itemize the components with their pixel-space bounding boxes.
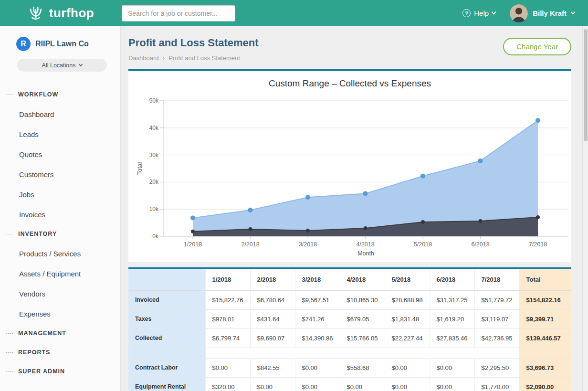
data-point-expenses[interactable] (249, 227, 252, 231)
section-tick-icon (6, 95, 13, 95)
chart-card: Custom Range – Collected vs Expenses0k10… (128, 69, 571, 262)
nav-section-label: INVENTORY (18, 231, 57, 237)
table-cell: $0.00 (430, 358, 474, 377)
table-cell: $9,690.07 (250, 328, 295, 348)
x-tick-label: 4/2018 (356, 241, 374, 248)
table-row-collected: Collected$6,799.74$9,690.07$14,390.86$15… (128, 328, 571, 348)
nav-section-management: MANAGEMENT (0, 324, 120, 343)
y-tick-label: 0k (152, 233, 159, 240)
data-point-collected[interactable] (248, 208, 253, 212)
profit-loss-table: 1/20182/20183/20184/20185/20186/20187/20… (128, 269, 571, 391)
data-point-collected[interactable] (363, 191, 368, 196)
table-cell: $3,119.07 (474, 309, 519, 328)
data-point-expenses[interactable] (536, 215, 540, 219)
x-tick-label: 7/2018 (529, 241, 547, 248)
sidebar-item-products-services[interactable]: Products / Services (0, 243, 120, 264)
row-label-cell: Taxes (128, 309, 205, 328)
table-cell: $10,865.30 (340, 290, 385, 309)
data-point-expenses[interactable] (479, 219, 483, 223)
data-point-expenses[interactable] (421, 220, 425, 224)
main-content: Profit and Loss Statement Dashboard Prof… (121, 26, 582, 391)
table-header-cell: 7/2018 (474, 269, 519, 290)
user-name: Billy Kraft (533, 9, 567, 17)
nav-section-label: REPORTS (18, 349, 50, 356)
data-point-collected[interactable] (478, 159, 483, 163)
y-tick-label: 30k (149, 152, 159, 159)
data-point-collected[interactable] (305, 195, 310, 200)
table-cell: $741.26 (295, 309, 340, 328)
x-axis-title: Month (357, 250, 374, 257)
table-row-equipment-rental: Equipment Rental$320.00$0.00$0.00$0.00$0… (128, 377, 571, 391)
row-label-cell: Contract Labor (128, 358, 205, 377)
help-menu[interactable]: Help (462, 9, 495, 17)
data-point-collected[interactable] (536, 118, 540, 123)
row-total-cell: $2,090.00 (519, 377, 571, 391)
data-point-expenses[interactable] (306, 229, 310, 232)
locations-label: All Locations (42, 62, 76, 69)
sidebar-item-expenses[interactable]: Expenses (0, 304, 120, 324)
page-scrollbar (582, 26, 588, 391)
y-tick-label: 40k (149, 125, 159, 131)
table-cell: $42,736.95 (474, 328, 519, 348)
sidebar-item-jobs[interactable]: Jobs (0, 184, 120, 204)
row-total-cell: $3,696.73 (519, 358, 571, 377)
locations-dropdown[interactable]: All Locations (17, 59, 107, 72)
avatar (510, 4, 528, 22)
x-tick-label: 1/2018 (184, 241, 202, 248)
table-header-cell: 2/2018 (250, 269, 295, 290)
breadcrumb-separator-icon (163, 54, 165, 62)
table-cell: $1,770.00 (474, 377, 519, 391)
nav-section-super-admin: SUPER ADMIN (0, 362, 120, 381)
change-year-button[interactable]: Change Year (503, 38, 571, 55)
y-tick-label: 20k (149, 179, 159, 185)
sidebar-item-assets-equipment[interactable]: Assets / Equipment (0, 264, 120, 284)
sidebar-item-customers[interactable]: Customers (0, 164, 120, 184)
table-cell: $0.00 (430, 377, 474, 391)
table-cell: $0.00 (385, 358, 430, 377)
scrollbar-thumb[interactable] (584, 29, 588, 141)
data-point-collected[interactable] (420, 174, 425, 179)
search-wrap (122, 5, 235, 21)
data-point-expenses[interactable] (191, 230, 195, 233)
sidebar-item-invoices[interactable]: Invoices (0, 204, 120, 224)
chevron-down-icon (79, 63, 83, 66)
table-header-cell: 1/2018 (205, 269, 250, 290)
table-header-cell: 3/2018 (295, 269, 340, 290)
table-cell: $6,799.74 (205, 328, 250, 348)
data-point-expenses[interactable] (364, 226, 368, 230)
table-cell: $31,317.25 (430, 290, 474, 309)
turfhop-logo-icon (27, 4, 45, 22)
data-point-collected[interactable] (190, 215, 195, 220)
sidebar: R RIIPL Lawn Co All Locations WORKFLOWDa… (0, 26, 121, 391)
table-header-cell: Total (519, 269, 571, 290)
nav-section-workflow: WORKFLOW (0, 85, 120, 104)
table-cell: $0.00 (295, 358, 340, 377)
nav-section-inventory: INVENTORY (0, 224, 120, 243)
chart-title: Custom Range – Collected vs Expenses (269, 78, 431, 88)
user-menu[interactable]: Billy Kraft (510, 4, 575, 22)
breadcrumb-dashboard[interactable]: Dashboard (128, 54, 159, 62)
sidebar-item-dashboard[interactable]: Dashboard (0, 104, 120, 124)
search-input[interactable] (122, 5, 235, 21)
table-cell: $0.00 (340, 377, 385, 391)
x-tick-label: 5/2018 (414, 241, 432, 248)
table-row-invoiced: Invoiced$15,822.76$6,780.64$9,567.51$10,… (128, 290, 571, 309)
row-label-cell: Equipment Rental (128, 377, 205, 391)
table-card: 1/20182/20183/20184/20185/20186/20187/20… (128, 267, 571, 391)
sidebar-nav: WORKFLOWDashboardLeadsQuotesCustomersJob… (0, 79, 120, 381)
table-cell: $0.00 (385, 377, 430, 391)
sidebar-item-quotes[interactable]: Quotes (0, 144, 120, 164)
table-header-cell (128, 269, 205, 290)
sidebar-item-vendors[interactable]: Vendors (0, 284, 120, 304)
page-head: Profit and Loss Statement Dashboard Prof… (128, 35, 571, 62)
company-badge: R (16, 37, 31, 51)
page-head-left: Profit and Loss Statement Dashboard Prof… (128, 35, 259, 62)
table-cell: $842.55 (250, 358, 295, 377)
section-tick-icon (6, 234, 13, 234)
page-title: Profit and Loss Statement (128, 37, 259, 49)
table-cell: $558.68 (340, 358, 385, 377)
brand: turfhop (0, 4, 121, 22)
table-row-contract-labor: Contract Labor$0.00$842.55$0.00$558.68$0… (128, 358, 571, 377)
nav-section-label: SUPER ADMIN (18, 368, 65, 375)
sidebar-item-leads[interactable]: Leads (0, 124, 120, 144)
